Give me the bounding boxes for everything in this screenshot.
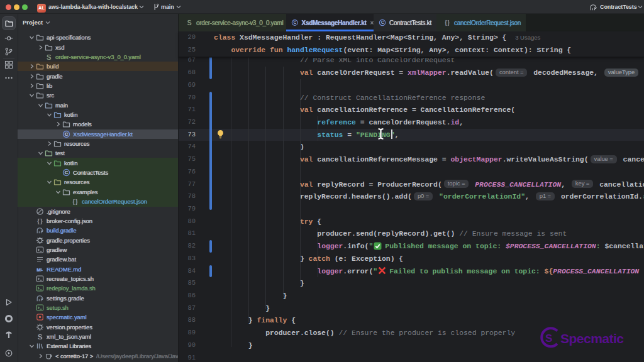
svg-text:Specmatic: Specmatic [560, 331, 624, 346]
svg-text:S: S [545, 332, 552, 344]
